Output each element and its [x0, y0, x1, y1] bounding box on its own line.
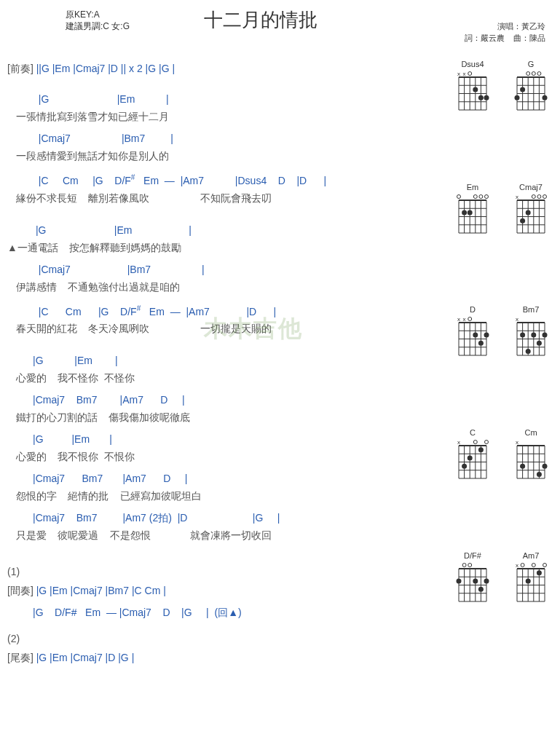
chord-diagram-label: Am7 — [509, 551, 553, 560]
svg-point-12 — [478, 95, 484, 100]
svg-point-163 — [537, 570, 542, 575]
svg-point-45 — [462, 210, 467, 215]
svg-point-99 — [537, 341, 542, 346]
svg-point-97 — [526, 349, 531, 354]
section-2-label: (2) — [7, 630, 436, 647]
chord-diagram-label: D — [451, 305, 494, 314]
svg-point-149 — [462, 563, 466, 567]
svg-point-49 — [479, 194, 483, 198]
svg-point-79 — [473, 333, 478, 338]
svg-point-164 — [521, 563, 524, 567]
lyric-line: 鐵打的心刀割的話 傷我傷加彼呢徹底 — [7, 408, 436, 426]
svg-point-66 — [543, 194, 547, 198]
svg-point-131 — [537, 472, 542, 477]
chord-diagram: D/F# — [451, 551, 494, 667]
chord-diagram: Cmx — [509, 428, 553, 544]
chord-diagram-label: Cmaj7 — [509, 183, 553, 192]
outro-line: [尾奏] |G |Em |Cmaj7 |D |G | — [7, 649, 436, 666]
svg-text:x: x — [457, 439, 460, 446]
svg-point-50 — [485, 194, 489, 198]
lyric-line: 緣份不求長短 離別若像風吹 不知阮會飛去叨 — [7, 189, 436, 207]
svg-point-33 — [537, 72, 541, 76]
svg-text:x: x — [516, 439, 518, 446]
svg-point-166 — [543, 563, 547, 567]
chord-diagram: Dsus4xx — [451, 60, 494, 175]
svg-text:x: x — [516, 316, 518, 323]
svg-point-115 — [478, 447, 484, 452]
chord-diagram: Cmaj7x — [509, 183, 553, 299]
chord-diagram-label: D/F# — [451, 551, 494, 560]
svg-point-145 — [457, 578, 462, 583]
svg-point-46 — [468, 210, 473, 215]
chord-diagram: Cx — [451, 428, 494, 544]
svg-point-65 — [537, 194, 541, 198]
lyric-line: 心愛的 我不怪你 不怪你 — [7, 369, 436, 387]
chord-diagram: Em — [451, 183, 494, 299]
interlude-line-2: |G D/F# Em — |Cmaj7 D |G | (回▲) — [7, 604, 436, 621]
chord-line: |C Cm |G D/F# Em — |Am7 |D | — [7, 300, 436, 320]
chord-diagram-label: Dsus4 — [451, 60, 494, 68]
chord-diagram: Am7x — [509, 551, 553, 667]
artist: 演唱：黃乙玲 — [465, 20, 545, 32]
svg-point-113 — [462, 464, 467, 469]
key-info: 原KEY:A 建議男調:C 女:G — [66, 9, 130, 32]
chord-line: |Cmaj7 |Bm7 | — [7, 261, 436, 278]
chord-line: |G |Em | — [7, 90, 436, 108]
svg-point-117 — [485, 440, 489, 443]
svg-point-32 — [532, 72, 535, 76]
svg-point-162 — [526, 578, 531, 583]
chord-diagram: Dxx — [451, 305, 494, 421]
section-1-label: (1) — [7, 563, 436, 580]
intro-line: [前奏] ||G |Em |Cmaj7 |D || x 2 |G |G | — [7, 60, 436, 77]
svg-point-114 — [468, 455, 473, 460]
svg-point-148 — [484, 578, 489, 583]
chord-diagram: G — [509, 60, 553, 175]
svg-text:x: x — [516, 194, 518, 200]
svg-point-130 — [520, 464, 525, 469]
chord-line: |Cmaj7 Bm7 |Am7 D | — [7, 391, 436, 408]
svg-point-80 — [478, 341, 484, 346]
svg-point-132 — [543, 464, 548, 469]
svg-text:x: x — [516, 562, 518, 569]
svg-point-29 — [520, 87, 525, 92]
chord-line: |G |Em | — [7, 221, 436, 239]
svg-point-100 — [543, 333, 548, 338]
svg-point-48 — [473, 194, 477, 198]
suggested-keys: 建議男調:C 女:G — [66, 20, 130, 32]
svg-point-146 — [473, 578, 478, 583]
chord-line: |G |Em | — [7, 430, 436, 448]
lyric-line: 一張情批寫到落雪才知已經十二月 — [7, 108, 436, 125]
credits: 演唱：黃乙玲 詞：嚴云農 曲：陳品 — [465, 20, 545, 44]
svg-point-28 — [515, 95, 520, 100]
svg-point-31 — [527, 72, 530, 76]
chord-line: |C Cm |G D/F# Em — |Am7 |Dsus4 D |D | — [7, 169, 436, 189]
svg-point-47 — [457, 194, 461, 198]
lyric-line: ▲一通電話 按怎解釋聽到媽媽的鼓勵 — [7, 239, 436, 256]
lyric-line: 一段感情愛到無話才知你是別人的 — [7, 147, 436, 165]
chord-line: |G |Em | — [7, 352, 436, 369]
svg-point-96 — [520, 333, 525, 338]
chord-chart: [前奏] ||G |Em |Cmaj7 |D || x 2 |G |G | |G… — [7, 60, 436, 666]
svg-point-13 — [484, 95, 489, 100]
svg-point-165 — [532, 563, 535, 567]
svg-point-63 — [526, 210, 531, 215]
svg-point-64 — [532, 194, 535, 198]
lyric-line: 心愛的 我不恨你 不恨你 — [7, 448, 436, 465]
chord-line: |Cmaj7 Bm7 |Am7 (2拍) |D |G | — [7, 509, 436, 526]
svg-point-62 — [520, 218, 525, 223]
chord-diagram-label: G — [509, 60, 553, 68]
svg-text:x: x — [463, 316, 466, 323]
svg-point-11 — [473, 87, 478, 92]
lyric-line: 怨恨的字 絕情的批 已經寫加彼呢坦白 — [7, 487, 436, 505]
lyric-line: 只是愛 彼呢愛過 不是怨恨 就會凍將一切收回 — [7, 526, 436, 544]
svg-point-81 — [484, 333, 489, 338]
svg-point-30 — [543, 95, 548, 100]
svg-point-82 — [468, 317, 472, 321]
svg-text:x: x — [463, 71, 466, 77]
lyric-line: 春天開的紅花 冬天冷風咧吹 一切攏是天賜的 — [7, 320, 436, 337]
chord-diagram-label: Bm7 — [509, 305, 553, 314]
chord-diagrams: Dsus4xxGEmCmaj7xDxxBm7xCxCmxD/F#Am7x — [436, 60, 553, 666]
chord-diagram: Bm7x — [509, 305, 553, 421]
svg-text:x: x — [457, 71, 460, 77]
original-key: 原KEY:A — [66, 9, 130, 20]
